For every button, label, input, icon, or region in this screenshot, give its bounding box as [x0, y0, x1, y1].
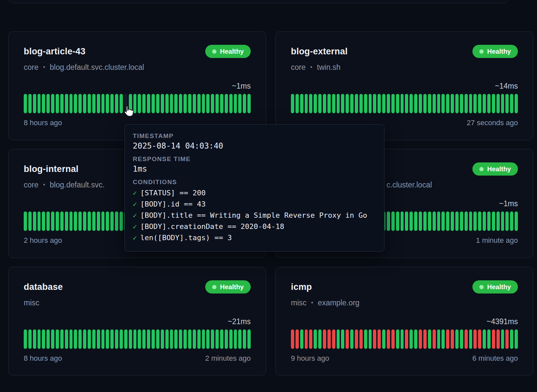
- history-bar[interactable]: [364, 329, 367, 349]
- history-bar[interactable]: [296, 329, 299, 349]
- history-bar[interactable]: [396, 329, 399, 349]
- history-bar[interactable]: [437, 211, 440, 231]
- history-bar[interactable]: [423, 329, 427, 349]
- history-bar[interactable]: [220, 329, 223, 349]
- history-bar[interactable]: [369, 94, 372, 113]
- history-bar[interactable]: [496, 211, 500, 231]
- history-bar[interactable]: [465, 94, 468, 113]
- history-bar[interactable]: [156, 329, 159, 349]
- history-bar[interactable]: [378, 329, 381, 349]
- history-bar[interactable]: [225, 94, 228, 113]
- history-bar[interactable]: [515, 329, 518, 349]
- history-bar[interactable]: [225, 329, 228, 349]
- history-bar[interactable]: [401, 211, 404, 231]
- history-bar[interactable]: [74, 329, 77, 349]
- history-bar[interactable]: [97, 211, 100, 231]
- history-bar[interactable]: [106, 329, 109, 349]
- history-bar[interactable]: [460, 329, 463, 349]
- history-bar[interactable]: [401, 329, 404, 349]
- history-bar[interactable]: [133, 94, 137, 113]
- history-bar[interactable]: [314, 94, 317, 113]
- history-bar[interactable]: [197, 329, 201, 349]
- history-bar[interactable]: [318, 94, 322, 113]
- history-bar[interactable]: [451, 329, 454, 349]
- history-bar[interactable]: [156, 94, 159, 113]
- history-bar[interactable]: [129, 329, 132, 349]
- history-bar[interactable]: [110, 329, 114, 349]
- history-bar[interactable]: [382, 329, 385, 349]
- history-bar[interactable]: [247, 94, 251, 113]
- uptime-history[interactable]: [291, 94, 518, 113]
- history-bar[interactable]: [487, 329, 491, 349]
- history-bar[interactable]: [28, 211, 32, 231]
- history-bar[interactable]: [387, 329, 390, 349]
- history-bar[interactable]: [220, 94, 223, 113]
- history-bar[interactable]: [74, 94, 77, 113]
- history-bar[interactable]: [428, 329, 431, 349]
- history-bar[interactable]: [101, 211, 105, 231]
- history-bar[interactable]: [101, 329, 105, 349]
- history-bar[interactable]: [291, 329, 294, 349]
- history-bar[interactable]: [174, 94, 178, 113]
- history-bar[interactable]: [433, 94, 436, 113]
- history-bar[interactable]: [106, 211, 109, 231]
- history-bar[interactable]: [202, 94, 205, 113]
- uptime-history[interactable]: [24, 329, 251, 349]
- history-bar[interactable]: [505, 329, 509, 349]
- history-bar[interactable]: [33, 211, 36, 231]
- history-bar[interactable]: [396, 211, 399, 231]
- history-bar[interactable]: [451, 94, 454, 113]
- history-bar[interactable]: [410, 329, 413, 349]
- history-bar[interactable]: [510, 94, 513, 113]
- history-bar[interactable]: [38, 211, 41, 231]
- history-bar[interactable]: [202, 329, 205, 349]
- history-bar[interactable]: [215, 94, 219, 113]
- history-bar[interactable]: [101, 94, 105, 113]
- history-bar[interactable]: [161, 329, 164, 349]
- history-bar[interactable]: [33, 94, 36, 113]
- endpoint-title[interactable]: blog-article-43: [24, 46, 86, 57]
- history-bar[interactable]: [42, 329, 45, 349]
- history-bar[interactable]: [441, 211, 445, 231]
- history-bar[interactable]: [483, 329, 486, 349]
- history-bar[interactable]: [110, 211, 114, 231]
- history-bar[interactable]: [120, 211, 123, 231]
- history-bar[interactable]: [124, 329, 127, 349]
- history-bar[interactable]: [115, 329, 118, 349]
- history-bar[interactable]: [428, 211, 431, 231]
- history-bar[interactable]: [147, 329, 150, 349]
- history-bar[interactable]: [133, 329, 137, 349]
- history-bar[interactable]: [28, 329, 32, 349]
- history-bar[interactable]: [300, 329, 303, 349]
- history-bar[interactable]: [355, 94, 358, 113]
- history-bar[interactable]: [460, 211, 463, 231]
- history-bar[interactable]: [38, 329, 41, 349]
- history-bar[interactable]: [505, 211, 509, 231]
- history-bar[interactable]: [364, 94, 367, 113]
- history-bar[interactable]: [405, 94, 408, 113]
- history-bar[interactable]: [382, 94, 385, 113]
- history-bar[interactable]: [492, 94, 495, 113]
- history-bar[interactable]: [433, 329, 436, 349]
- history-bar[interactable]: [24, 94, 27, 113]
- history-bar[interactable]: [405, 211, 408, 231]
- history-bar[interactable]: [206, 94, 210, 113]
- history-bar[interactable]: [359, 329, 363, 349]
- history-bar[interactable]: [501, 329, 504, 349]
- history-bar[interactable]: [184, 329, 187, 349]
- history-bar[interactable]: [243, 94, 246, 113]
- history-bar[interactable]: [346, 94, 349, 113]
- history-bar[interactable]: [161, 94, 164, 113]
- history-bar[interactable]: [56, 94, 59, 113]
- history-bar[interactable]: [441, 94, 445, 113]
- history-bar[interactable]: [165, 94, 169, 113]
- history-bar[interactable]: [78, 329, 82, 349]
- history-bar[interactable]: [469, 211, 472, 231]
- history-bar[interactable]: [138, 94, 141, 113]
- history-bar[interactable]: [332, 94, 335, 113]
- history-bar[interactable]: [391, 94, 395, 113]
- history-bar[interactable]: [350, 94, 353, 113]
- history-bar[interactable]: [510, 211, 513, 231]
- history-bar[interactable]: [247, 329, 251, 349]
- history-bar[interactable]: [234, 329, 237, 349]
